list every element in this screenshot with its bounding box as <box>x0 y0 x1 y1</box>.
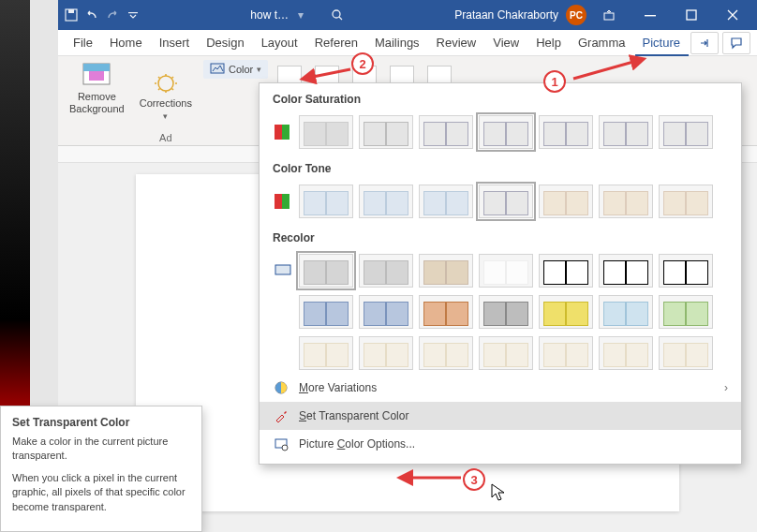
search-icon[interactable] <box>330 7 345 22</box>
svg-rect-15 <box>282 194 289 209</box>
recolor-preset[interactable] <box>299 336 353 370</box>
svg-point-10 <box>158 76 173 91</box>
tab-view[interactable]: View <box>485 30 527 56</box>
user-name[interactable]: Prataan Chakraborty <box>454 8 558 22</box>
recolor-preset[interactable] <box>419 336 473 370</box>
tone-preset[interactable] <box>359 185 413 218</box>
tone-preset-selected[interactable] <box>479 185 533 218</box>
recolor-preset[interactable] <box>659 254 713 288</box>
svg-rect-8 <box>89 71 104 81</box>
save-icon[interactable] <box>64 7 79 22</box>
saturation-preset[interactable] <box>299 115 353 149</box>
picture-color-options-item[interactable]: Picture Color Options... <box>260 430 741 458</box>
svg-rect-9 <box>83 64 110 71</box>
undo-icon[interactable] <box>84 7 99 22</box>
redo-icon[interactable] <box>105 7 120 22</box>
recolor-preset[interactable] <box>419 254 473 288</box>
color-dropdown-button[interactable]: Color ▾ <box>203 60 268 79</box>
set-transparent-color-item[interactable]: Set Transparent Color <box>260 402 741 430</box>
annotation-3: 3 <box>463 468 485 491</box>
recolor-preset[interactable] <box>599 295 653 329</box>
svg-rect-5 <box>645 15 656 16</box>
section-tone: Color Tone <box>260 153 741 181</box>
tab-home[interactable]: Home <box>102 30 150 56</box>
saturation-preset[interactable] <box>659 115 713 149</box>
tab-mailings[interactable]: Mailings <box>367 30 427 56</box>
maximize-icon[interactable] <box>673 2 710 28</box>
annotation-1: 1 <box>543 70 566 93</box>
arrow-3 <box>403 468 468 491</box>
saturation-preset[interactable] <box>539 115 593 149</box>
tab-layout[interactable]: Layout <box>254 30 305 56</box>
svg-rect-12 <box>275 125 282 140</box>
svg-rect-2 <box>128 12 138 13</box>
section-saturation: Color Saturation <box>260 83 741 111</box>
more-variations-item[interactable]: More Variations › <box>260 374 741 402</box>
ribbon-tabs: File Home Insert Design Layout Referen M… <box>58 30 757 56</box>
recolor-preset[interactable] <box>299 295 353 329</box>
recolor-preset[interactable] <box>359 254 413 288</box>
tab-review[interactable]: Review <box>429 30 484 56</box>
tab-help[interactable]: Help <box>528 30 569 56</box>
saturation-preset[interactable] <box>599 115 653 149</box>
annotation-2: 2 <box>351 52 374 75</box>
minimize-icon[interactable] <box>631 2 669 28</box>
recolor-preset[interactable] <box>299 254 353 288</box>
recolor-preset[interactable] <box>599 254 653 288</box>
recolor-preset[interactable] <box>539 295 593 329</box>
recolor-preset[interactable] <box>479 254 533 288</box>
recolor-preset[interactable] <box>659 336 713 370</box>
recolor-preset[interactable] <box>479 295 533 329</box>
corrections-button[interactable]: Corrections ▾ <box>136 70 196 123</box>
tab-grammarly[interactable]: Gramma <box>571 30 633 56</box>
tab-file[interactable]: File <box>66 30 100 56</box>
cursor-icon <box>491 483 506 506</box>
recolor-preset[interactable] <box>659 295 713 329</box>
avatar[interactable]: PC <box>566 5 586 25</box>
tab-insert[interactable]: Insert <box>152 30 198 56</box>
tone-tool-icon <box>273 191 293 212</box>
tab-design[interactable]: Design <box>199 30 251 56</box>
comments-icon[interactable] <box>722 32 750 54</box>
tone-preset[interactable] <box>539 185 593 218</box>
recolor-preset[interactable] <box>479 336 533 370</box>
svg-rect-14 <box>275 194 282 209</box>
svg-rect-4 <box>604 13 614 20</box>
tooltip-body-2: When you click a pixel in the current gr… <box>12 471 190 514</box>
saturation-tool-icon <box>273 122 293 142</box>
qat-customize-icon[interactable] <box>126 7 141 22</box>
svg-point-19 <box>282 445 288 451</box>
tab-references[interactable]: Referen <box>307 30 365 56</box>
svg-point-3 <box>333 10 340 18</box>
color-dropdown-panel: Color Saturation Color Tone Recolor <box>259 82 742 465</box>
color-wheel-icon <box>273 379 289 396</box>
recolor-preset[interactable] <box>359 295 413 329</box>
recolor-preset[interactable] <box>539 254 593 288</box>
title-bar: how t… ▾ Prataan Chakraborty PC <box>58 0 757 30</box>
svg-rect-13 <box>282 125 289 140</box>
recolor-preset[interactable] <box>539 336 593 370</box>
saturation-preset-selected[interactable] <box>479 115 533 149</box>
doc-title: how t… <box>250 8 289 22</box>
saturation-preset[interactable] <box>359 115 413 149</box>
recolor-preset[interactable] <box>599 336 653 370</box>
tone-preset[interactable] <box>299 185 353 218</box>
tone-preset[interactable] <box>659 185 713 218</box>
tooltip-body-1: Make a color in the current picture tran… <box>12 435 190 464</box>
tab-picture-format[interactable]: Picture Format <box>635 30 689 56</box>
saturation-preset[interactable] <box>419 115 473 149</box>
share-icon[interactable] <box>690 32 719 54</box>
tone-preset[interactable] <box>419 185 473 218</box>
section-recolor: Recolor <box>260 222 741 250</box>
ribbon-display-options-icon[interactable] <box>590 2 628 28</box>
remove-background-button[interactable]: Remove Background <box>66 60 128 117</box>
chevron-right-icon: › <box>724 381 728 394</box>
close-icon[interactable] <box>714 2 751 28</box>
tooltip: Set Transparent Color Make a color in th… <box>0 406 202 532</box>
transparent-eyedropper-icon <box>273 407 289 424</box>
recolor-preset[interactable] <box>359 336 413 370</box>
svg-rect-6 <box>687 10 696 20</box>
tooltip-title: Set Transparent Color <box>12 416 190 429</box>
tone-preset[interactable] <box>599 185 653 218</box>
recolor-preset[interactable] <box>419 295 473 329</box>
